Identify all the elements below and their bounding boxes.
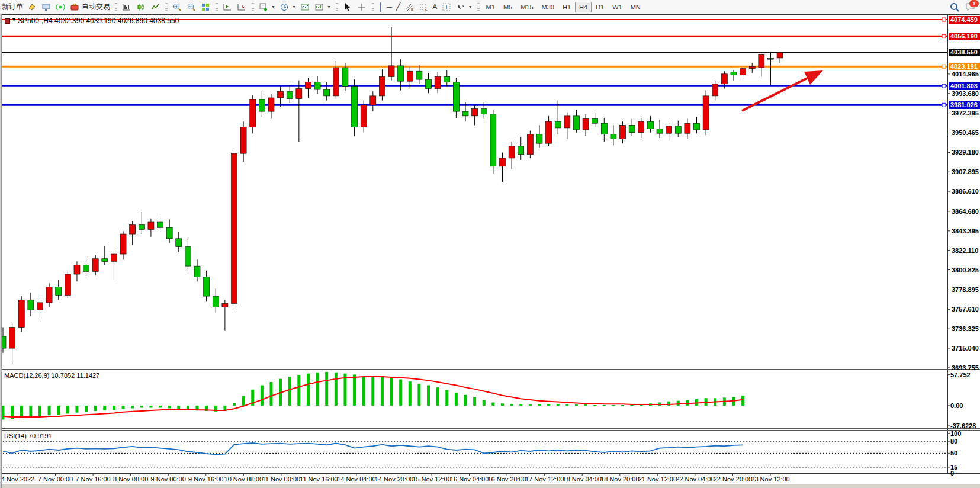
chart-canvas[interactable]	[0, 14, 980, 488]
fibonacci-button[interactable]: F	[416, 1, 430, 13]
chart-shift-button[interactable]	[234, 1, 249, 13]
candlestick	[102, 259, 108, 262]
candlestick	[453, 82, 459, 111]
price-tick-label: 3757.610	[952, 306, 979, 313]
cursor-button[interactable]	[340, 1, 355, 13]
toolbar-handle[interactable]	[115, 3, 117, 11]
candlestick-chart-button[interactable]	[134, 1, 148, 13]
line-chart-button[interactable]	[148, 1, 162, 13]
trend-arrow-head	[804, 70, 823, 85]
timeframe-m15[interactable]: M15	[516, 2, 537, 12]
candlestick	[703, 96, 709, 130]
price-tick-label: 3864.680	[952, 208, 979, 215]
terminal-button[interactable]	[39, 1, 53, 13]
candlestick	[416, 71, 422, 79]
label-button[interactable]: T	[439, 1, 454, 13]
candlestick	[287, 91, 293, 98]
candlestick	[767, 59, 773, 60]
timeframe-m5[interactable]: M5	[499, 2, 516, 12]
candlestick	[56, 287, 62, 296]
zoom-out-button[interactable]	[184, 1, 198, 13]
rsi-axis-label: 100	[950, 430, 961, 437]
timeframe-h4[interactable]: H4	[575, 2, 592, 12]
timeframe-w1[interactable]: W1	[608, 2, 626, 12]
macd-histogram-bar	[75, 406, 78, 413]
price-tick-label: 3929.180	[952, 149, 979, 156]
candlestick	[638, 121, 644, 133]
macd-histogram-bar	[131, 406, 134, 409]
candlestick	[379, 76, 385, 95]
macd-histogram-bar	[547, 404, 550, 406]
profiles-icon	[314, 2, 324, 12]
zoom-in-button[interactable]	[170, 1, 184, 13]
macd-histogram-bar	[288, 377, 291, 406]
signals-button[interactable]	[53, 1, 68, 13]
auto-trading-button[interactable]: 自动交易	[68, 1, 112, 13]
new-order-button[interactable]: 新订单	[0, 1, 25, 13]
macd-histogram-bar	[565, 404, 568, 406]
toolbar-group-zoom	[170, 1, 213, 14]
vertical-line-button[interactable]: │	[377, 1, 385, 13]
templates-button[interactable]	[298, 1, 312, 13]
candlestick	[342, 68, 348, 86]
macd-histogram-bar	[66, 406, 69, 414]
candlestick	[139, 225, 144, 230]
candlestick	[601, 123, 607, 134]
window-left-border	[0, 14, 2, 488]
macd-histogram-bar	[612, 405, 615, 406]
crosshair-button[interactable]	[355, 1, 369, 13]
candlestick	[407, 71, 413, 81]
price-tick-label: 3693.755	[952, 364, 979, 371]
bar-chart-button[interactable]	[120, 1, 134, 13]
toolbar-handle[interactable]	[336, 3, 338, 11]
timeframe-d1[interactable]: D1	[592, 2, 608, 12]
rsi-axis-label: 0	[950, 470, 954, 477]
price-badge: 4074.459	[949, 16, 980, 24]
tile-windows-button[interactable]	[198, 1, 213, 13]
macd-histogram-bar	[29, 406, 32, 417]
level-line-anchor	[942, 65, 946, 68]
macd-histogram-bar	[436, 387, 439, 406]
macd-histogram-bar	[603, 405, 606, 406]
candlestick	[240, 127, 246, 153]
text-button[interactable]: A	[430, 1, 439, 13]
macd-histogram-bar	[529, 404, 532, 406]
symbol-marker-icon[interactable]	[5, 18, 10, 24]
toolbar-handle[interactable]	[216, 3, 218, 11]
period-button[interactable]: ▼	[277, 1, 298, 13]
timeframe-m1[interactable]: M1	[482, 2, 499, 12]
toolbar-handle[interactable]	[477, 3, 480, 11]
price-tick-label: 3950.465	[952, 129, 979, 136]
timeframe-h1[interactable]: H1	[558, 2, 575, 12]
candlestick	[620, 125, 626, 139]
candlestick	[158, 222, 163, 227]
search-icon[interactable]	[949, 2, 960, 12]
toolbar-handle[interactable]	[165, 3, 168, 11]
candlestick	[426, 79, 432, 88]
timeframe-mn[interactable]: MN	[626, 2, 645, 12]
macd-histogram-bar	[353, 374, 356, 405]
macd-histogram-bar	[297, 375, 300, 406]
arrows-icon	[455, 2, 466, 12]
channel-button[interactable]: E	[402, 1, 416, 13]
history-button[interactable]	[25, 1, 39, 13]
quick-panel-chevron-icon[interactable]: ▼	[11, 17, 17, 23]
price-tick-label: 3843.395	[952, 227, 979, 235]
svg-text:T: T	[445, 4, 448, 11]
toolbar-handle[interactable]	[372, 3, 374, 11]
macd-histogram-bar	[325, 372, 328, 406]
trendline-button[interactable]: ╱	[394, 1, 402, 13]
arrows-tool-button[interactable]: ▼	[454, 1, 474, 13]
new-chart-button[interactable]: ▼	[256, 1, 277, 13]
candlestick	[9, 328, 15, 349]
profiles-button[interactable]: ▼	[312, 1, 333, 13]
timeframe-m30[interactable]: M30	[538, 2, 558, 12]
horizontal-line-button[interactable]: ─	[385, 1, 394, 13]
chat-button[interactable]: 1	[965, 1, 976, 13]
chart-area[interactable]: ▼ SP500-,H4 4032.390 4039.190 4026.890 4…	[0, 14, 980, 488]
toolbar-handle[interactable]	[252, 3, 254, 11]
auto-scroll-button[interactable]	[220, 1, 234, 13]
cursor-icon	[342, 2, 353, 12]
candlestick	[268, 98, 274, 111]
text-icon: A	[432, 3, 438, 11]
